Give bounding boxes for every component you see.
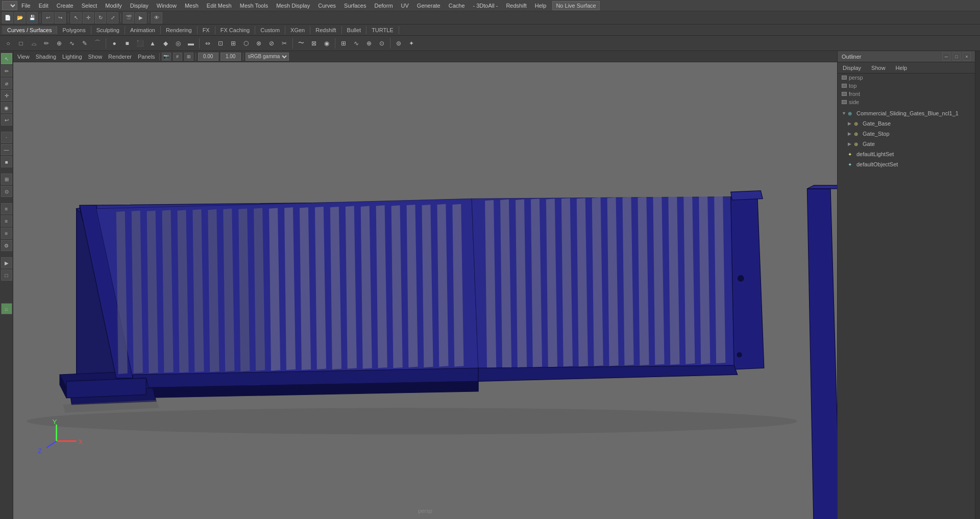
- snap-curve-icon[interactable]: ∿: [350, 37, 362, 50]
- outliner-tab-display[interactable]: Display: [838, 64, 866, 72]
- cut-icon[interactable]: ✂: [278, 37, 290, 50]
- transform-btn[interactable]: ✛: [1, 90, 12, 101]
- render-btn[interactable]: 🎬: [123, 12, 134, 23]
- snap-toggle[interactable]: ⊞: [1, 174, 12, 185]
- tab-animation[interactable]: Animation: [125, 26, 161, 34]
- plane-icon[interactable]: ▬: [185, 37, 197, 50]
- menu-display[interactable]: Display: [126, 2, 153, 10]
- bevel-icon[interactable]: ⬡: [240, 37, 252, 50]
- menu-surfaces[interactable]: Surfaces: [340, 2, 370, 10]
- tree-item-default-light-set[interactable]: ✦ defaultLightSet: [838, 149, 975, 159]
- rotate-tool-btn[interactable]: ↻: [95, 12, 106, 23]
- tree-item-default-object-set[interactable]: ✦ defaultObjectSet: [838, 159, 975, 169]
- open-scene-btn[interactable]: 📂: [14, 12, 26, 23]
- snap-grid-icon[interactable]: ⊞: [337, 37, 350, 50]
- center-icon[interactable]: ✦: [405, 37, 418, 50]
- lasso-icon[interactable]: ⌓: [28, 37, 40, 50]
- tab-fx[interactable]: FX: [198, 26, 215, 34]
- attr-editor[interactable]: ≡: [1, 228, 12, 239]
- viewport[interactable]: View Shading Lighting Show Renderer Pane…: [13, 51, 837, 519]
- menu-3dtall[interactable]: - 3DtoAll -: [469, 2, 502, 10]
- diamond-icon[interactable]: ◆: [159, 37, 172, 50]
- workspace-icon[interactable]: ⌂: [1, 303, 12, 314]
- save-scene-btn[interactable]: 💾: [27, 12, 38, 23]
- tab-rendering[interactable]: Rendering: [161, 26, 198, 34]
- undo-btn[interactable]: ↩: [42, 12, 54, 23]
- menu-mesh[interactable]: Mesh: [181, 2, 203, 10]
- cone-icon[interactable]: ▲: [146, 37, 159, 50]
- tab-bullet[interactable]: Bullet: [342, 26, 367, 34]
- outliner-maximize[interactable]: □: [952, 53, 961, 61]
- bezier-icon[interactable]: ⌒: [91, 37, 104, 50]
- cylinder-icon[interactable]: ⬛: [134, 37, 146, 50]
- paint-sel-icon[interactable]: ✏: [40, 37, 53, 50]
- right-scrollbar[interactable]: [975, 51, 980, 519]
- vertex-mode[interactable]: ·: [1, 132, 12, 143]
- paint2-icon[interactable]: ⊕: [53, 37, 65, 50]
- sphere-icon[interactable]: ●: [108, 37, 120, 50]
- menu-edit-mesh[interactable]: Edit Mesh: [203, 2, 236, 10]
- redo-btn[interactable]: ↪: [55, 12, 66, 23]
- expand-icon-0[interactable]: ▼: [842, 111, 848, 116]
- cube-icon[interactable]: ■: [121, 37, 133, 50]
- tab-redshift[interactable]: Redshift: [310, 26, 341, 34]
- move-tool-btn[interactable]: ✛: [83, 12, 94, 23]
- channel-box[interactable]: ≡: [1, 215, 12, 227]
- expand-icon-2[interactable]: ▶: [848, 131, 854, 136]
- select-tool-btn[interactable]: ↖: [70, 12, 82, 23]
- outliner-tab-help[interactable]: Help: [891, 64, 913, 72]
- menu-mesh-tools[interactable]: Mesh Tools: [236, 2, 272, 10]
- menu-cache[interactable]: Cache: [445, 2, 469, 10]
- deform-icon[interactable]: 〜: [295, 37, 307, 50]
- select-icon[interactable]: ○: [2, 37, 14, 50]
- tab-sculpting[interactable]: Sculpting: [91, 26, 125, 34]
- tab-turtle[interactable]: TURTLE: [366, 26, 399, 34]
- tab-custom[interactable]: Custom: [255, 26, 285, 34]
- outliner-close[interactable]: ×: [963, 53, 971, 61]
- split-icon[interactable]: ⊘: [265, 37, 278, 50]
- edge-mode[interactable]: —: [1, 144, 12, 155]
- live-surface-button[interactable]: No Live Surface: [552, 1, 599, 10]
- menu-modify[interactable]: Modify: [101, 2, 126, 10]
- pencil-icon[interactable]: ✎: [79, 37, 91, 50]
- tree-item-commercial-gates[interactable]: ▼ ⊕ Commercial_Sliding_Gates_Blue_ncl1_1: [838, 108, 975, 118]
- mode-dropdown[interactable]: Modeling: [2, 1, 17, 10]
- tool-settings[interactable]: ⚙: [1, 240, 12, 251]
- tree-item-gate-stop[interactable]: ▶ ⊕ Gate_Stop: [838, 129, 975, 139]
- outliner-front[interactable]: front: [838, 90, 975, 98]
- sculpt-btn[interactable]: ⌀: [1, 78, 12, 89]
- extrude-icon[interactable]: ⊞: [227, 37, 239, 50]
- outliner-persp[interactable]: persp: [838, 73, 975, 82]
- merge-icon[interactable]: ⊗: [253, 37, 265, 50]
- history-icon[interactable]: ⊜: [393, 37, 405, 50]
- rect-icon[interactable]: □: [15, 37, 27, 50]
- menu-help[interactable]: Help: [531, 2, 551, 10]
- tab-xgen[interactable]: XGen: [285, 26, 310, 34]
- menu-create[interactable]: Create: [53, 2, 78, 10]
- menu-deform[interactable]: Deform: [370, 2, 397, 10]
- tree-item-gate[interactable]: ▶ ⊕ Gate: [838, 139, 975, 149]
- redirect-btn[interactable]: ↩: [1, 114, 12, 126]
- scene-vp[interactable]: □: [1, 269, 12, 281]
- menu-edit[interactable]: Edit: [35, 2, 53, 10]
- show-hide-btn[interactable]: 👁: [151, 12, 162, 23]
- tree-item-gate-base[interactable]: ▶ ⊕ Gate_Base: [838, 118, 975, 129]
- menu-select[interactable]: Select: [78, 2, 102, 10]
- menu-curves[interactable]: Curves: [314, 2, 340, 10]
- menu-uv[interactable]: UV: [397, 2, 413, 10]
- snap-view-icon[interactable]: ⊙: [376, 37, 388, 50]
- scale-tool-btn[interactable]: ⤢: [107, 12, 118, 23]
- outliner-top[interactable]: top: [838, 82, 975, 90]
- tab-curves-surfaces[interactable]: Curves / Surfaces: [2, 26, 57, 34]
- soft-icon[interactable]: ◉: [321, 37, 333, 50]
- outliner-tab-show[interactable]: Show: [866, 64, 891, 72]
- select-mode-btn[interactable]: ↖: [1, 53, 12, 64]
- outliner-side[interactable]: side: [838, 98, 975, 106]
- menu-redshift[interactable]: Redshift: [502, 2, 530, 10]
- mirror-icon[interactable]: ⇔: [202, 37, 214, 50]
- expand-icon-1[interactable]: ▶: [848, 121, 854, 126]
- smooth-icon[interactable]: ⊡: [214, 37, 227, 50]
- outliner-minimize[interactable]: ─: [942, 53, 950, 61]
- torus-icon[interactable]: ◎: [172, 37, 184, 50]
- snap-point-icon[interactable]: ⊕: [363, 37, 375, 50]
